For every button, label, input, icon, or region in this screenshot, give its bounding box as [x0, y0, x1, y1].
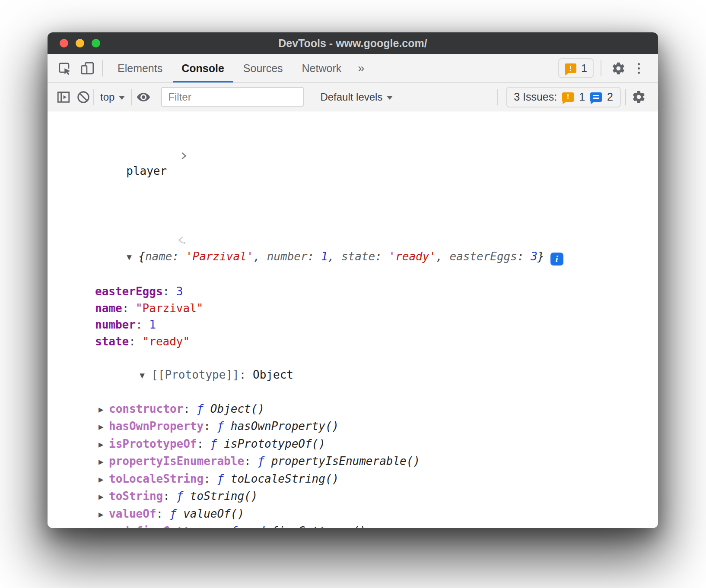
minimize-window-button[interactable] [76, 39, 84, 47]
chevron-down-icon [387, 96, 393, 100]
own-properties: easterEggs: 3name: "Parzival"number: 1st… [48, 283, 658, 350]
info-icon[interactable]: i [550, 253, 563, 266]
message-bubble-icon [590, 92, 602, 102]
function-symbol: ƒ [197, 402, 210, 415]
console-result-row: ▼{name: 'Parzival', number: 1, state: 'r… [48, 200, 658, 284]
tab-console[interactable]: Console [172, 54, 234, 82]
clear-console-icon[interactable] [73, 87, 93, 107]
issues-badge-count: 1 [581, 62, 587, 75]
prototype-method-row: ▶constructor: ƒ Object() [48, 401, 658, 418]
tab-network[interactable]: Network [293, 54, 351, 82]
function-name: valueOf() [183, 507, 244, 520]
close-window-button[interactable] [60, 39, 68, 47]
settings-gear-icon[interactable] [608, 58, 628, 78]
preview-token: easterEggs [449, 250, 517, 263]
preview-token: , [253, 250, 267, 263]
warning-bubble-icon: ! [565, 63, 576, 73]
property-row: easterEggs: 3 [48, 283, 658, 300]
method-key: isPrototypeOf [109, 437, 197, 450]
issues-badge[interactable]: ! 1 [558, 58, 594, 78]
context-selector[interactable]: top [94, 91, 131, 103]
preview-token: , [436, 250, 449, 263]
method-key: __defineGetter__ [109, 525, 217, 528]
inspect-element-icon[interactable] [54, 58, 74, 78]
colon: : [136, 318, 149, 331]
toolbar-divider [601, 60, 601, 76]
toolbar-divider [625, 89, 626, 105]
function-symbol: ƒ [258, 455, 271, 468]
prototype-method-row: ▶hasOwnProperty: ƒ hasOwnProperty() [48, 418, 658, 436]
function-symbol: ƒ [210, 437, 224, 450]
expand-caret-icon[interactable]: ▶ [99, 419, 109, 436]
function-name: isPrototypeOf() [224, 437, 325, 450]
function-name: Object() [210, 402, 264, 415]
kebab-menu-icon[interactable] [635, 60, 642, 76]
collapse-caret-icon[interactable]: ▼ [140, 367, 151, 384]
device-toolbar-icon[interactable] [78, 58, 98, 78]
colon: : [163, 490, 176, 503]
toolbar-divider [131, 89, 132, 105]
prototype-method-row: ▶propertyIsEnumerable: ƒ propertyIsEnume… [48, 453, 658, 471]
preview-token: { [138, 250, 145, 263]
console-panel[interactable]: player ▼{name: 'Parzival', number: 1, st… [48, 111, 658, 528]
issues-summary-label: 3 Issues: [514, 91, 557, 103]
expand-caret-icon[interactable]: ▶ [99, 524, 109, 528]
filter-input[interactable] [161, 87, 304, 107]
log-levels-selector[interactable]: Default levels [314, 91, 399, 103]
prototype-method-row: ▶isPrototypeOf: ƒ isPrototypeOf() [48, 436, 658, 453]
function-name: hasOwnProperty() [231, 420, 339, 433]
collapse-caret-icon[interactable]: ▼ [127, 249, 138, 266]
property-value: "Parzival" [136, 302, 204, 315]
command-chevron-icon [111, 131, 126, 181]
expand-caret-icon[interactable]: ▶ [99, 454, 109, 471]
function-name: __defineGetter__() [244, 525, 366, 528]
property-row: state: "ready" [48, 333, 658, 350]
expand-caret-icon[interactable]: ▶ [99, 489, 109, 506]
preview-token: 1 [321, 250, 328, 263]
tab-sources[interactable]: Sources [234, 54, 293, 82]
function-symbol: ƒ [231, 525, 244, 528]
title-bar: DevTools - www.google.com/ [48, 32, 658, 54]
colon: : [122, 302, 136, 315]
colon: : [129, 335, 142, 348]
function-symbol: ƒ [170, 507, 183, 520]
expand-caret-icon[interactable]: ▶ [99, 471, 109, 488]
devtools-tab-bar: ElementsConsoleSourcesNetwork » ! 1 [48, 54, 658, 83]
method-key: propertyIsEnumerable [109, 455, 244, 468]
zoom-window-button[interactable] [92, 39, 100, 47]
console-settings-gear-icon[interactable] [629, 87, 649, 107]
prototype-method-row: ▶toString: ƒ toString() [48, 488, 658, 506]
expand-caret-icon[interactable]: ▶ [99, 506, 109, 523]
colon: : [204, 472, 217, 485]
expand-caret-icon[interactable]: ▶ [99, 401, 109, 418]
tab-elements[interactable]: Elements [108, 54, 172, 82]
preview-token: state [341, 250, 375, 263]
toolbar-divider [497, 89, 498, 105]
preview-token: , [328, 250, 341, 263]
preview-token: : [308, 250, 321, 263]
log-levels-label: Default levels [320, 91, 382, 103]
colon: : [244, 455, 258, 468]
function-name: toLocaleString() [231, 472, 339, 485]
issues-warning-count: 1 [579, 91, 585, 103]
colon: : [163, 285, 176, 298]
preview-token: : [172, 250, 186, 263]
preview-token: : [517, 250, 531, 263]
live-expression-eye-icon[interactable] [134, 87, 153, 107]
colon: : [217, 525, 230, 528]
result-preview: {name: 'Parzival', number: 1, state: 're… [138, 250, 544, 263]
method-key: hasOwnProperty [109, 420, 204, 433]
preview-token: 3 [531, 250, 537, 263]
prototype-method-row: ▶__defineGetter__: ƒ __defineGetter__() [48, 523, 658, 528]
traffic-lights [60, 39, 100, 47]
property-row: name: "Parzival" [48, 300, 658, 317]
console-sidebar-icon[interactable] [54, 87, 73, 107]
command-text: player [126, 164, 167, 177]
console-command-row: player [48, 114, 658, 197]
more-tabs-button[interactable]: » [351, 54, 371, 82]
issues-summary[interactable]: 3 Issues: ! 1 2 [506, 87, 621, 107]
property-key: state [95, 335, 129, 348]
prototype-method-row: ▶toLocaleString: ƒ toLocaleString() [48, 471, 658, 488]
returned-value-icon [108, 217, 121, 267]
expand-caret-icon[interactable]: ▶ [99, 436, 109, 453]
